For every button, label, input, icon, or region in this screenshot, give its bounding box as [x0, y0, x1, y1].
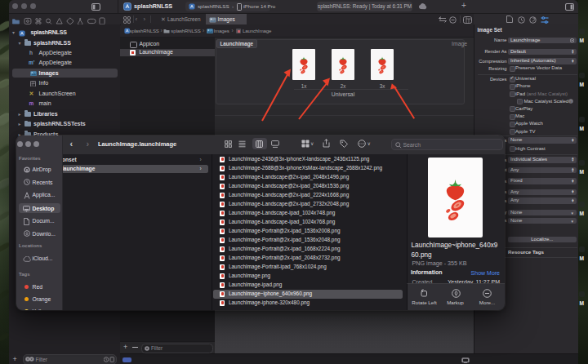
svg-text:i: i	[571, 100, 572, 104]
